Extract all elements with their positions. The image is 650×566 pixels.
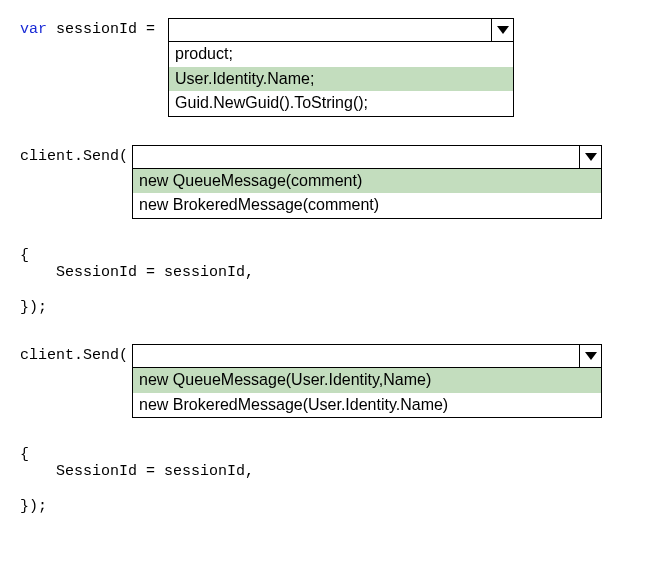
code-prefix-2: client.Send( [20,145,128,165]
dropdown-input[interactable] [169,19,491,41]
code-prefix-3: client.Send( [20,344,128,364]
brace-open-2: { [20,446,630,463]
chevron-down-icon[interactable] [491,19,513,41]
dropdown-option[interactable]: product; [169,42,513,67]
brace-close-1: }); [20,299,630,316]
block-body-1: SessionId = sessionId, [20,264,630,281]
svg-marker-0 [497,26,509,34]
block-body-2: SessionId = sessionId, [20,463,630,480]
code-line-1: var sessionId = product; User.Identity.N… [20,18,630,117]
dropdown-sessionid[interactable]: product; User.Identity.Name; Guid.NewGui… [168,18,514,117]
dropdown-send-1[interactable]: new QueueMessage(comment) new BrokeredMe… [132,145,602,219]
dropdown-option[interactable]: User.Identity.Name; [169,67,513,92]
dropdown-top [133,146,601,169]
dropdown-option[interactable]: new QueueMessage(User.Identity,Name) [133,368,601,393]
brace-open-1: { [20,247,630,264]
dropdown-option[interactable]: new BrokeredMessage(comment) [133,193,601,218]
dropdown-option[interactable]: Guid.NewGuid().ToString(); [169,91,513,116]
svg-marker-2 [585,352,597,360]
chevron-down-icon[interactable] [579,345,601,367]
code-prefix-1: var sessionId = [20,18,164,38]
code-text-1: sessionId = [47,21,155,38]
dropdown-input[interactable] [133,345,579,367]
dropdown-send-2[interactable]: new QueueMessage(User.Identity,Name) new… [132,344,602,418]
dropdown-input[interactable] [133,146,579,168]
brace-close-2: }); [20,498,630,515]
chevron-down-icon[interactable] [579,146,601,168]
dropdown-option[interactable]: new QueueMessage(comment) [133,169,601,194]
keyword-var: var [20,21,47,38]
dropdown-top [133,345,601,368]
code-line-3: client.Send( new QueueMessage(User.Ident… [20,344,630,418]
svg-marker-1 [585,153,597,161]
code-line-2: client.Send( new QueueMessage(comment) n… [20,145,630,219]
dropdown-top [169,19,513,42]
dropdown-option[interactable]: new BrokeredMessage(User.Identity.Name) [133,393,601,418]
